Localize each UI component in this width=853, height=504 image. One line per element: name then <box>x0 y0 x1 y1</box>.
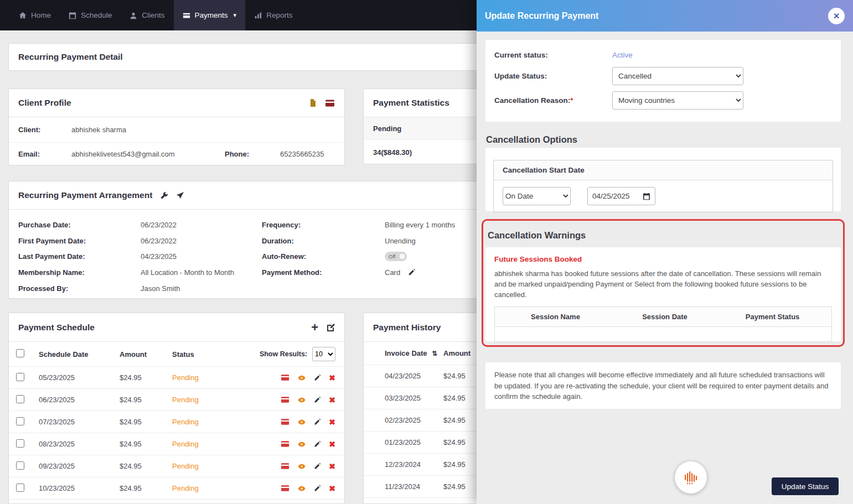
nav-item-clients[interactable]: Clients <box>121 0 173 30</box>
page-title: Recurring Payment Detail <box>18 52 123 62</box>
auto-renew-label: Auto-Renew: <box>262 252 385 261</box>
payment-schedule-card: Payment Schedule + Schedule Date Amount … <box>8 313 345 504</box>
row-checkbox[interactable] <box>16 395 24 403</box>
schedule-status: Pending <box>172 440 233 448</box>
charge-card-icon[interactable] <box>281 418 289 425</box>
update-status-button[interactable]: Update Status <box>772 477 839 495</box>
start-date-mode-select[interactable]: On Date <box>503 187 571 205</box>
delete-row-icon[interactable]: ✖ <box>329 396 335 404</box>
first-payment-label: First Payment Date: <box>18 237 141 245</box>
document-icon[interactable] <box>308 98 317 107</box>
client-profile-title: Client Profile <box>18 98 71 108</box>
charge-card-icon[interactable] <box>281 485 289 492</box>
view-icon[interactable] <box>297 440 306 448</box>
frequency-value: Billing every 1 months <box>385 221 455 229</box>
edit-row-icon[interactable] <box>314 396 321 403</box>
schedule-row: 05/23/2025 $24.95 Pending ✖ <box>9 367 344 389</box>
charge-card-icon[interactable] <box>281 396 289 403</box>
show-results-select[interactable]: 10 <box>312 347 335 361</box>
edit-schedule-icon[interactable] <box>326 323 335 332</box>
schedule-row: 08/23/2025 $24.95 Pending ✖ <box>9 433 344 455</box>
view-icon[interactable] <box>297 396 306 404</box>
update-status-select[interactable]: Cancelled <box>612 67 743 85</box>
frequency-label: Frequency: <box>262 221 385 229</box>
empty-sessions-row <box>495 327 831 341</box>
cancellation-warnings-card: Future Sessions Booked abhishek sharma h… <box>485 247 841 341</box>
nav-label: Clients <box>142 11 164 19</box>
delete-row-icon[interactable]: ✖ <box>329 440 335 449</box>
payment-method-value: Card <box>385 268 400 277</box>
payment-method-label: Payment Method: <box>262 268 385 277</box>
close-icon[interactable]: × <box>828 8 845 24</box>
select-all-checkbox[interactable] <box>16 349 24 357</box>
schedule-date: 07/23/2025 <box>39 418 120 426</box>
future-sessions-table: Session Name Session Date Payment Status <box>494 306 832 342</box>
delete-row-icon[interactable]: ✖ <box>329 418 335 427</box>
schedule-date: 05/23/2025 <box>39 373 120 382</box>
client-profile-card: Client Profile Client: abhishek sharma E… <box>8 89 345 165</box>
col-invoice-date[interactable]: Invoice Date <box>385 349 427 357</box>
nav-item-payments[interactable]: Payments ▾ <box>174 0 246 30</box>
start-date-input[interactable]: 04/25/2025 <box>587 187 655 205</box>
cancellation-start-date-title: Cancellation Start Date <box>494 160 833 180</box>
schedule-amount: $24.95 <box>120 484 172 492</box>
note-text: Please note that all changes will become… <box>494 371 828 401</box>
edit-row-icon[interactable] <box>314 374 321 381</box>
row-checkbox[interactable] <box>16 373 24 381</box>
delete-row-icon[interactable]: ✖ <box>329 462 335 471</box>
schedule-date: 08/23/2025 <box>39 440 120 448</box>
cancellation-reason-select[interactable]: Moving countries <box>612 91 743 110</box>
row-checkbox[interactable] <box>16 417 24 425</box>
edit-row-icon[interactable] <box>314 485 321 492</box>
wrench-icon[interactable] <box>160 191 168 200</box>
purchase-date-label: Purchase Date: <box>18 221 141 229</box>
charge-card-icon[interactable] <box>281 463 289 470</box>
processed-by-label: Processed By: <box>18 284 141 293</box>
person-icon <box>130 12 137 19</box>
purchase-date-value: 06/23/2022 <box>141 221 177 229</box>
edit-row-icon[interactable] <box>314 440 321 448</box>
home-icon <box>19 12 27 19</box>
add-payment-icon[interactable]: + <box>311 321 318 334</box>
view-icon[interactable] <box>297 463 306 470</box>
nav-item-reports[interactable]: Reports <box>245 0 301 30</box>
cancellation-reason-label: Cancellation Reason:* <box>494 96 612 105</box>
start-date-value: 04/25/2025 <box>592 192 630 200</box>
last-payment-value: 04/23/2025 <box>141 252 177 261</box>
col-schedule-date: Schedule Date <box>39 350 120 358</box>
row-checkbox[interactable] <box>16 439 24 448</box>
row-checkbox[interactable] <box>16 461 24 470</box>
delete-row-icon[interactable]: ✖ <box>329 373 335 382</box>
future-sessions-text: abhishek sharma has booked future sessio… <box>494 268 832 300</box>
view-icon[interactable] <box>297 485 306 492</box>
edit-row-icon[interactable] <box>314 463 321 470</box>
update-recurring-payment-panel: Update Recurring Payment × Current statu… <box>477 0 853 504</box>
send-icon[interactable] <box>176 191 184 200</box>
sort-icon[interactable]: ⇅ <box>432 350 437 357</box>
view-icon[interactable] <box>297 418 306 426</box>
charge-card-icon[interactable] <box>281 440 289 448</box>
nav-item-schedule[interactable]: Schedule <box>60 0 121 30</box>
calendar-icon[interactable] <box>643 193 650 200</box>
invoice-date: 04/23/2025 <box>364 372 443 380</box>
calendar-icon <box>69 12 76 19</box>
pending-column-label: Pending <box>373 124 401 133</box>
duration-label: Duration: <box>262 237 385 245</box>
charge-card-icon[interactable] <box>281 374 289 381</box>
schedule-status: Pending <box>172 396 233 404</box>
col-session-date: Session Date <box>616 313 714 321</box>
cancellation-warnings-highlight: Cancellation Warnings Future Sessions Bo… <box>482 219 845 347</box>
invoice-date: 01/23/2025 <box>364 438 443 446</box>
schedule-amount: $24.95 <box>120 396 172 404</box>
schedule-date: 06/23/2025 <box>39 396 120 404</box>
loading-spinner-icon <box>675 461 707 493</box>
edit-row-icon[interactable] <box>314 418 321 425</box>
row-checkbox[interactable] <box>16 484 24 492</box>
delete-row-icon[interactable]: ✖ <box>329 484 335 493</box>
edit-payment-method-icon[interactable] <box>408 268 416 276</box>
duration-value: Unending <box>385 237 416 245</box>
view-icon[interactable] <box>297 374 306 382</box>
nav-item-home[interactable]: Home <box>10 0 60 30</box>
credit-card-icon[interactable] <box>325 99 335 107</box>
auto-renew-toggle[interactable]: Off <box>385 252 407 261</box>
